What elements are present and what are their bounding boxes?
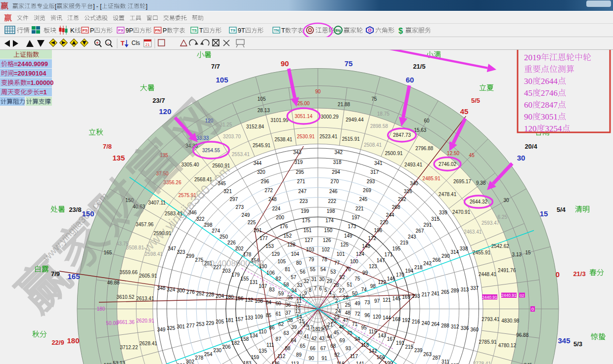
- svg-text:239: 239: [414, 348, 423, 353]
- svg-text:=20190104: =20190104: [14, 70, 46, 77]
- svg-text:254: 254: [204, 352, 213, 357]
- svg-text:2478.41: 2478.41: [438, 192, 457, 197]
- svg-text:222: 222: [328, 199, 336, 204]
- svg-text:294: 294: [332, 169, 340, 175]
- svg-text:T9: T9: [230, 28, 235, 33]
- svg-text:253: 253: [196, 322, 205, 327]
- svg-text:224: 224: [272, 206, 281, 211]
- svg-text:349: 349: [157, 327, 166, 332]
- svg-text:42: 42: [311, 336, 317, 341]
- svg-text:121: 121: [383, 297, 391, 303]
- svg-text:117: 117: [350, 354, 358, 359]
- svg-text:338: 338: [460, 246, 468, 251]
- svg-text:72: 72: [354, 311, 360, 317]
- svg-text:2523.41: 2523.41: [319, 134, 338, 139]
- svg-text:T: T: [281, 27, 285, 34]
- svg-text:83: 83: [269, 287, 275, 292]
- svg-text:244: 244: [386, 212, 394, 218]
- svg-text:3712.22: 3712.22: [120, 345, 138, 350]
- svg-text:57: 57: [291, 275, 297, 280]
- svg-text:247: 247: [298, 189, 306, 194]
- svg-text:348: 348: [157, 285, 166, 291]
- svg-text:3203.70: 3203.70: [223, 134, 241, 139]
- svg-text:3610.52: 3610.52: [117, 294, 135, 300]
- svg-text:79: 79: [308, 257, 314, 262]
- svg-text:268: 268: [392, 204, 400, 210]
- svg-text:45: 45: [469, 153, 475, 158]
- svg-text:181: 181: [225, 318, 234, 323]
- svg-text:2463.41: 2463.41: [464, 229, 482, 235]
- svg-text:221: 221: [355, 206, 364, 211]
- svg-text:230: 230: [213, 348, 221, 353]
- svg-text:47: 47: [343, 318, 349, 323]
- svg-text:195: 195: [392, 246, 400, 251]
- svg-text:3: 3: [333, 294, 336, 299]
- svg-text:107: 107: [259, 283, 267, 289]
- svg-text:2746: 2746: [541, 88, 558, 98]
- svg-text:2545.91: 2545.91: [253, 143, 271, 148]
- svg-text:2485.91: 2485.91: [423, 176, 441, 181]
- svg-text:P9: P9: [118, 28, 123, 33]
- svg-text:QQ:4008000360: QQ:4008000360: [202, 259, 264, 268]
- svg-text:272: 272: [264, 188, 273, 193]
- svg-text:345: 345: [558, 336, 570, 345]
- svg-text:148: 148: [362, 243, 370, 249]
- svg-text:0: 0: [556, 270, 560, 279]
- svg-text:219: 219: [400, 240, 408, 245]
- svg-text:88: 88: [285, 346, 291, 351]
- svg-text:165: 165: [68, 272, 80, 281]
- svg-text:105: 105: [258, 96, 266, 102]
- svg-text:2470.91: 2470.91: [452, 209, 471, 215]
- svg-text:3407.11: 3407.11: [148, 200, 166, 205]
- svg-text:278: 278: [195, 355, 204, 361]
- svg-text:TS: TS: [192, 28, 197, 33]
- svg-text:223: 223: [300, 199, 308, 204]
- svg-text:344: 344: [253, 161, 262, 166]
- svg-text:110: 110: [259, 329, 266, 334]
- svg-text:122: 122: [378, 280, 386, 285]
- svg-text:5/3: 5/3: [573, 340, 582, 348]
- svg-text:60: 60: [406, 76, 414, 84]
- svg-text:-: -: [108, 40, 109, 45]
- svg-text:52: 52: [340, 275, 346, 280]
- svg-text:296: 296: [261, 179, 269, 184]
- svg-text:25: 25: [345, 302, 351, 308]
- svg-text:02: 02: [520, 293, 525, 298]
- svg-text:2793.41: 2793.41: [482, 317, 500, 322]
- svg-text:71: 71: [352, 322, 358, 327]
- svg-text:77: 77: [334, 260, 340, 266]
- svg-text:21/5: 21/5: [413, 63, 425, 70]
- svg-text:183: 183: [243, 361, 252, 364]
- svg-text:109: 109: [255, 314, 263, 320]
- svg-text:276: 276: [186, 289, 195, 295]
- svg-text:9: 9: [304, 290, 307, 296]
- svg-text:315: 315: [431, 216, 439, 222]
- svg-text:80: 80: [296, 260, 302, 266]
- svg-text:125: 125: [340, 242, 349, 247]
- svg-text:30: 30: [504, 198, 510, 203]
- svg-text:23/8: 23/8: [69, 206, 81, 213]
- svg-text:176: 176: [280, 224, 288, 229]
- svg-text:27: 27: [339, 288, 345, 293]
- svg-text:136: 136: [271, 361, 280, 364]
- svg-text:13: 13: [295, 309, 301, 314]
- svg-text:]: ]: [146, 3, 147, 10]
- svg-text:287: 287: [433, 355, 441, 361]
- svg-text:226: 226: [227, 240, 236, 245]
- svg-text:36: 36: [285, 302, 291, 308]
- svg-text:3457.96: 3457.96: [135, 222, 154, 227]
- svg-text:112: 112: [277, 354, 285, 359]
- svg-text:157: 157: [235, 317, 244, 322]
- svg-text:Cls: Cls: [131, 40, 140, 46]
- svg-text:166: 166: [377, 355, 385, 360]
- svg-text:55: 55: [310, 267, 316, 272]
- svg-text:5/4: 5/4: [557, 206, 566, 213]
- svg-text:] - [: ] - [: [93, 3, 102, 10]
- svg-text:3000.29: 3000.29: [321, 114, 339, 120]
- svg-text:93: 93: [346, 346, 351, 351]
- svg-text:P: P: [163, 27, 167, 34]
- svg-text:2530.91: 2530.91: [297, 134, 315, 139]
- svg-text:87: 87: [276, 336, 282, 342]
- svg-text:2515.91: 2515.91: [342, 136, 360, 142]
- svg-text:65: 65: [300, 343, 306, 349]
